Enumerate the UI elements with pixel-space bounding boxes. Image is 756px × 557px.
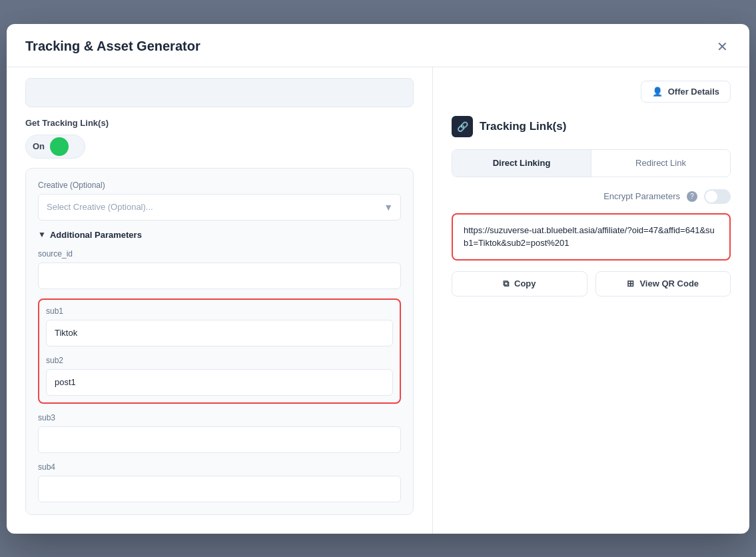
source-id-input[interactable] <box>38 263 401 289</box>
view-qr-label: View QR Code <box>639 278 699 288</box>
modal-overlay: Tracking & Asset Generator ✕ Get Trackin… <box>0 0 756 557</box>
modal-container: Tracking & Asset Generator ✕ Get Trackin… <box>7 24 749 534</box>
qr-icon: ⊞ <box>627 278 634 288</box>
link-icon: 🔗 <box>452 116 473 137</box>
copy-button[interactable]: ⧉ Copy <box>452 271 587 296</box>
sub2-input[interactable] <box>46 369 393 396</box>
additional-params-header[interactable]: ▼ Additional Parameters <box>38 230 401 240</box>
encrypt-toggle[interactable] <box>704 189 731 204</box>
get-tracking-label: Get Tracking Link(s) <box>25 118 414 128</box>
encrypt-row: Encrypt Parameters ? <box>452 189 731 204</box>
sub1-sub2-highlighted-box: sub1 sub2 <box>38 298 401 404</box>
sub4-group: sub4 <box>38 462 401 502</box>
action-buttons: ⧉ Copy ⊞ View QR Code <box>452 271 731 296</box>
url-box: https://suzuverse-uat.bluebelt.asia/affi… <box>452 213 731 261</box>
copy-label: Copy <box>514 278 536 288</box>
tab-redirect-link[interactable]: Redirect Link <box>591 150 730 177</box>
creative-select-wrapper: Select Creative (Optional)... ▼ <box>38 194 401 221</box>
help-icon[interactable]: ? <box>687 191 697 202</box>
source-id-label: source_id <box>38 249 401 259</box>
close-button[interactable]: ✕ <box>714 37 731 56</box>
form-card: Creative (Optional) Select Creative (Opt… <box>25 168 414 515</box>
sub4-label: sub4 <box>38 462 401 472</box>
chevron-icon: ▼ <box>38 230 46 239</box>
sub2-group: sub2 <box>46 356 393 396</box>
right-panel: 👤 Offer Details 🔗 Tracking Link(s) Direc… <box>433 67 749 534</box>
sub3-input[interactable] <box>38 426 401 453</box>
tab-direct-linking[interactable]: Direct Linking <box>452 150 591 177</box>
view-qr-button[interactable]: ⊞ View QR Code <box>595 271 731 296</box>
creative-select[interactable]: Select Creative (Optional)... <box>38 194 401 221</box>
additional-params-title: Additional Parameters <box>50 230 142 240</box>
source-id-group: source_id <box>38 249 401 289</box>
tab-bar: Direct Linking Redirect Link <box>452 149 731 177</box>
top-bar-input <box>25 78 414 107</box>
sub1-input[interactable] <box>46 320 393 346</box>
creative-label: Creative (Optional) <box>38 181 401 190</box>
sub3-group: sub3 <box>38 413 401 453</box>
offer-details-icon: 👤 <box>652 87 663 97</box>
modal-header: Tracking & Asset Generator ✕ <box>7 24 749 67</box>
sub3-label: sub3 <box>38 413 401 422</box>
sub2-label: sub2 <box>46 356 393 365</box>
toggle-circle <box>50 137 69 156</box>
sub4-input[interactable] <box>38 476 401 502</box>
copy-icon: ⧉ <box>503 278 509 289</box>
sub1-group: sub1 <box>46 306 393 346</box>
modal-body: Get Tracking Link(s) On Creative (Option… <box>7 67 749 534</box>
encrypt-label: Encrypt Parameters <box>603 191 680 201</box>
left-panel: Get Tracking Link(s) On Creative (Option… <box>7 67 433 534</box>
tracking-link-header: 🔗 Tracking Link(s) <box>452 116 731 137</box>
url-text: https://suzuverse-uat.bluebelt.asia/affi… <box>464 225 715 249</box>
toggle-on-label: On <box>33 141 45 151</box>
toggle-on-wrapper[interactable]: On <box>25 135 85 159</box>
sub1-label: sub1 <box>46 306 393 316</box>
modal-title: Tracking & Asset Generator <box>25 39 200 54</box>
toggle-row: On <box>25 135 414 159</box>
offer-details-button[interactable]: 👤 Offer Details <box>641 81 731 103</box>
tracking-link-section: Get Tracking Link(s) On Creative (Option… <box>25 118 414 515</box>
tracking-link-title: Tracking Link(s) <box>480 120 566 133</box>
creative-group: Creative (Optional) Select Creative (Opt… <box>38 181 401 221</box>
offer-details-label: Offer Details <box>668 87 719 97</box>
